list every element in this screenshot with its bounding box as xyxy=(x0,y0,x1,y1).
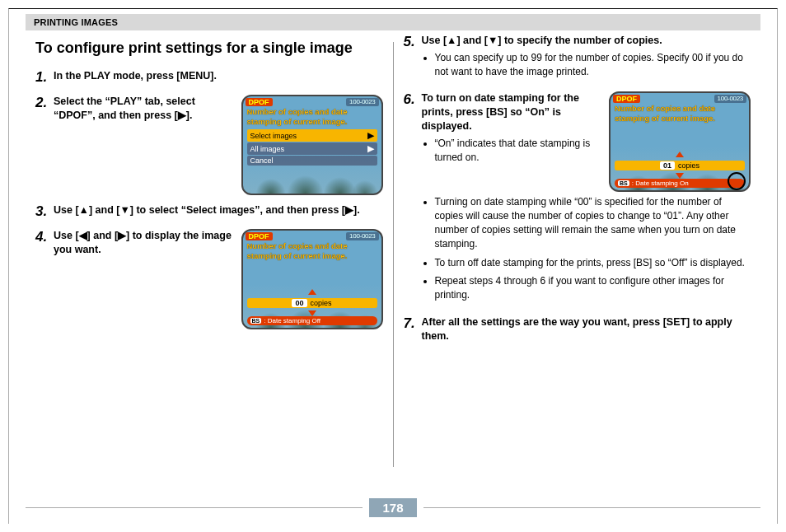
copies-label: copies xyxy=(678,161,699,170)
step-number: 5. xyxy=(404,34,422,50)
menu-item-all-images: All images ▶ xyxy=(247,142,377,155)
step-7: 7. After all the settings are the way yo… xyxy=(404,315,751,347)
dpof-tag: DPOF xyxy=(246,232,273,240)
copies-bar: 01 copies xyxy=(615,161,745,170)
up-arrow-icon xyxy=(308,289,316,295)
step-number: 4. xyxy=(35,229,54,245)
step-5-bullet-1: You can specify up to 99 for the number … xyxy=(435,51,751,79)
play-icon: ▶ xyxy=(367,130,374,141)
stamp-status: : Date stamping Off xyxy=(264,317,320,324)
step-6-bullet-1: “On” indicates that date stamping is tur… xyxy=(435,137,601,165)
menu-item-select-images: Select images ▶ xyxy=(247,129,377,142)
dpof-tag: DPOF xyxy=(246,98,273,106)
page-footer: 178 xyxy=(9,498,777,517)
stamp-status: : Date stamping On xyxy=(632,180,689,187)
camera-lcd-copies-off: DPOF 100-0023 Number of copies and date … xyxy=(241,229,383,329)
subsection-title: To configure print settings for a single… xyxy=(35,39,383,58)
step-7-head: After all the settings are the way you w… xyxy=(422,315,751,343)
step-6-bullet-4: Repeat steps 4 through 6 if you want to … xyxy=(435,274,751,302)
copies-value: 01 xyxy=(660,161,675,170)
menu-label: All images xyxy=(250,145,285,153)
step-6-bullet-3: To turn off date stamping for the prints… xyxy=(435,256,751,270)
step-number: 6. xyxy=(404,91,422,108)
step-6-head: To turn on date stamping for the prints,… xyxy=(422,91,601,133)
file-id: 100-0023 xyxy=(346,232,378,240)
copies-label: copies xyxy=(311,299,332,307)
camera-lcd-menu: DPOF 100-0023 Number of copies and date … xyxy=(241,95,383,195)
up-arrow-icon xyxy=(676,152,684,157)
step-5-head: Use [▲] and [▼] to specify the number of… xyxy=(422,34,751,48)
step-1-text: In the PLAY mode, press [MENU]. xyxy=(54,69,383,83)
down-arrow-icon xyxy=(308,310,316,316)
step-6: 6. To turn on date stamping for the prin… xyxy=(404,91,751,307)
step-4-text: Use [◀] and [▶] to display the image you… xyxy=(54,229,233,257)
document-page: PRINTING IMAGES To configure print setti… xyxy=(8,8,778,524)
copies-bar: 00 copies xyxy=(247,298,377,308)
step-5: 5. Use [▲] and [▼] to specify the number… xyxy=(404,34,751,83)
step-1: 1. In the PLAY mode, press [MENU]. xyxy=(35,69,383,86)
file-id: 100-0023 xyxy=(714,95,746,103)
lcd-message: Number of copies and date stamping of cu… xyxy=(243,106,381,128)
dpof-tag: DPOF xyxy=(613,95,640,103)
two-column-layout: To configure print settings for a single… xyxy=(9,30,777,475)
camera-lcd-copies-on: DPOF 100-0023 Number of copies and date … xyxy=(609,91,751,192)
lcd-background-photo xyxy=(243,161,381,194)
menu-label: Select images xyxy=(250,132,297,140)
file-id: 100-0023 xyxy=(346,98,378,106)
play-icon: ▶ xyxy=(367,143,374,154)
footer-rule xyxy=(26,507,363,508)
step-3: 3. Use [▲] and [▼] to select “Select ima… xyxy=(35,203,383,221)
bs-label: BS xyxy=(250,318,262,324)
step-3-text: Use [▲] and [▼] to select “Select images… xyxy=(54,203,383,217)
step-number: 1. xyxy=(35,69,54,86)
lcd-message: Number of copies and date stamping of cu… xyxy=(611,103,749,125)
copies-value: 00 xyxy=(292,299,306,307)
lcd-message: Number of copies and date stamping of cu… xyxy=(243,240,381,263)
step-6-bullet-2: Turning on date stamping while “00” is s… xyxy=(435,195,751,250)
right-column: 5. Use [▲] and [▼] to specify the number… xyxy=(394,34,761,475)
step-4: 4. Use [◀] and [▶] to display the image … xyxy=(35,229,383,329)
step-2: 2. Select the “PLAY” tab, select “DPOF”,… xyxy=(35,95,383,195)
date-stamp-bar: BS : Date stamping Off xyxy=(247,316,377,325)
left-column: To configure print settings for a single… xyxy=(26,34,393,475)
date-stamp-bar: BS : Date stamping On xyxy=(615,179,745,188)
bs-label: BS xyxy=(618,180,629,186)
step-number: 7. xyxy=(404,315,422,332)
footer-rule xyxy=(423,507,760,508)
step-2-text: Select the “PLAY” tab, select “DPOF”, an… xyxy=(54,95,233,123)
down-arrow-icon xyxy=(676,173,684,179)
section-header: PRINTING IMAGES xyxy=(26,14,760,30)
page-number: 178 xyxy=(369,498,416,517)
step-number: 2. xyxy=(35,95,54,111)
step-number: 3. xyxy=(35,203,54,220)
